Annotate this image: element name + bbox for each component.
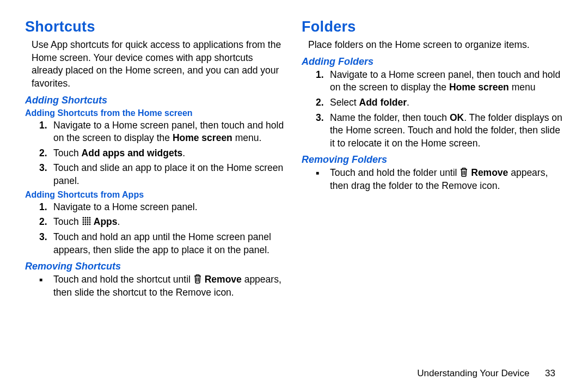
- shortcuts-intro: Use App shortcuts for quick access to ap…: [32, 39, 286, 90]
- list-number: 1.: [39, 119, 53, 132]
- list-number: 2.: [39, 216, 53, 229]
- page-number: 33: [545, 368, 555, 378]
- list-text: Select Add folder.: [330, 96, 563, 109]
- bold-text: Remove: [468, 167, 508, 178]
- svg-point-11: [89, 222, 90, 223]
- folders-intro: Place folders on the Home screen to orga…: [308, 39, 563, 52]
- list-text: Navigate to a Home screen panel, then to…: [330, 69, 563, 94]
- text: .: [182, 148, 185, 158]
- list-item: 3. Name the folder, then touch OK. The f…: [316, 112, 563, 150]
- bold-text: Home screen: [173, 132, 232, 143]
- svg-point-7: [89, 219, 90, 221]
- left-column: Shortcuts Use App shortcuts for quick ac…: [25, 19, 286, 301]
- list-item: 1. Navigate to a Home screen panel, then…: [316, 69, 563, 94]
- text: Name the folder, then touch: [330, 112, 450, 123]
- bold-text: Remove: [202, 274, 242, 285]
- list-text: Touch and slide an app to place it on th…: [53, 162, 286, 187]
- heading-from-home: Adding Shortcuts from the Home screen: [25, 108, 286, 118]
- svg-point-13: [84, 224, 86, 225]
- heading-adding-shortcuts: Adding Shortcuts: [25, 95, 286, 106]
- footer-section: Understanding Your Device: [417, 368, 529, 378]
- heading-folders: Folders: [302, 19, 563, 35]
- right-column: Folders Place folders on the Home screen…: [302, 19, 563, 301]
- heading-adding-folders: Adding Folders: [302, 56, 563, 68]
- text: Select: [330, 97, 359, 108]
- trash-icon: [460, 167, 468, 177]
- list-text: Touch Add apps and widgets.: [53, 147, 286, 160]
- svg-point-0: [82, 217, 84, 219]
- svg-point-5: [84, 219, 86, 221]
- list-text: Touch and hold an app until the Home scr…: [53, 231, 286, 256]
- trash-icon: [193, 274, 202, 284]
- list-item: ■ Touch and hold the shortcut until Remo…: [39, 273, 286, 299]
- svg-point-10: [87, 222, 88, 223]
- svg-point-6: [87, 219, 88, 221]
- text: menu: [509, 82, 536, 93]
- list-item: 2. Touch Apps.: [39, 216, 286, 229]
- list-item: 1. Navigate to a Home screen panel.: [39, 201, 286, 214]
- two-column-layout: Shortcuts Use App shortcuts for quick ac…: [25, 19, 563, 301]
- heading-removing-folders: Removing Folders: [302, 154, 563, 166]
- svg-point-9: [84, 222, 86, 223]
- list-item: ■ Touch and hold the folder until Remove…: [316, 167, 563, 192]
- bold-text: Apps: [91, 216, 118, 227]
- text: Touch: [53, 148, 82, 158]
- list-number: 1.: [316, 69, 330, 82]
- list-item: 3. Touch and hold an app until the Home …: [39, 231, 286, 256]
- list-text: Touch and hold the shortcut until Remove…: [53, 273, 286, 299]
- list-item: 2. Touch Add apps and widgets.: [39, 147, 286, 160]
- text: .: [407, 97, 409, 108]
- list-number: 2.: [316, 96, 330, 109]
- list-from-home: 1. Navigate to a Home screen panel, then…: [25, 119, 286, 188]
- svg-point-8: [82, 222, 84, 223]
- bullet-icon: ■: [316, 167, 330, 177]
- svg-point-3: [89, 217, 90, 219]
- heading-from-apps: Adding Shortcuts from Apps: [25, 190, 286, 200]
- list-text: Navigate to a Home screen panel, then to…: [53, 119, 286, 145]
- text: Touch: [53, 216, 82, 227]
- apps-grid-icon: [82, 216, 91, 226]
- svg-point-1: [84, 217, 86, 219]
- list-number: 3.: [316, 112, 330, 125]
- list-item: 3. Touch and slide an app to place it on…: [39, 162, 286, 187]
- text: Touch and hold the shortcut until: [53, 274, 193, 285]
- list-item: 2. Select Add folder.: [316, 96, 563, 109]
- list-number: 3.: [39, 231, 53, 244]
- bold-text: Add folder: [359, 97, 407, 108]
- svg-point-12: [82, 224, 84, 225]
- heading-removing-shortcuts: Removing Shortcuts: [25, 261, 286, 272]
- list-text: Touch and hold the folder until Remove a…: [330, 167, 563, 192]
- bold-text: OK: [450, 112, 464, 123]
- text: Touch and hold the folder until: [330, 167, 460, 178]
- list-text: Touch Apps.: [53, 216, 286, 229]
- list-from-apps: 1. Navigate to a Home screen panel. 2. T…: [25, 201, 286, 257]
- page-footer: Understanding Your Device 33: [417, 368, 555, 379]
- svg-point-4: [82, 219, 84, 221]
- bold-text: Home screen: [449, 82, 509, 93]
- list-text: Name the folder, then touch OK. The fold…: [330, 112, 563, 150]
- list-adding-folders: 1. Navigate to a Home screen panel, then…: [302, 69, 563, 150]
- svg-point-15: [89, 224, 90, 225]
- list-removing-folders: ■ Touch and hold the folder until Remove…: [302, 167, 563, 192]
- heading-shortcuts: Shortcuts: [25, 19, 286, 35]
- manual-page: Shortcuts Use App shortcuts for quick ac…: [0, 0, 588, 392]
- list-number: 3.: [39, 162, 53, 175]
- list-removing-shortcuts: ■ Touch and hold the shortcut until Remo…: [25, 273, 286, 299]
- text: menu.: [232, 132, 262, 143]
- list-number: 1.: [39, 201, 53, 214]
- text: .: [118, 216, 120, 227]
- bold-text: Add apps and widgets: [82, 148, 183, 158]
- list-number: 2.: [39, 147, 53, 160]
- svg-point-14: [87, 224, 88, 225]
- list-text: Navigate to a Home screen panel.: [53, 201, 286, 214]
- bullet-icon: ■: [39, 273, 53, 284]
- svg-point-2: [87, 217, 88, 219]
- list-item: 1. Navigate to a Home screen panel, then…: [39, 119, 286, 145]
